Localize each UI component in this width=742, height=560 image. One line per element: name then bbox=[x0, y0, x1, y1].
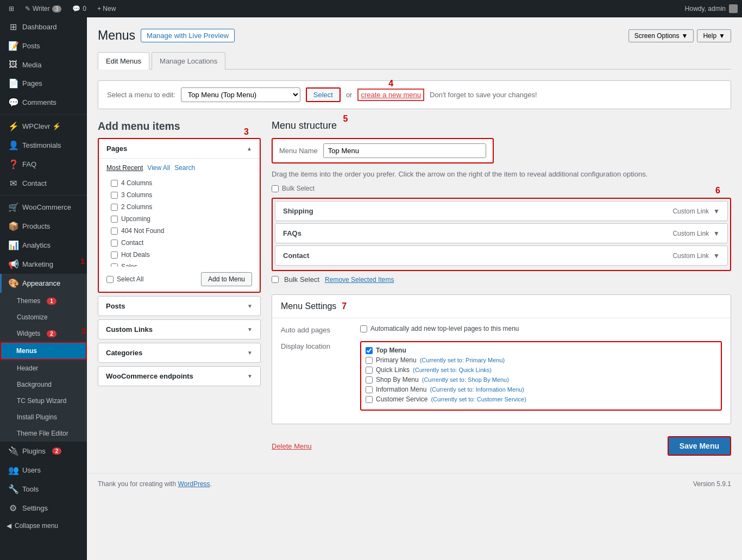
woo-endpoints-accordion-header[interactable]: WooCommerce endpoints ▼ bbox=[98, 367, 260, 386]
location-information-menu-checkbox[interactable] bbox=[366, 386, 373, 393]
location-shop-by-menu-checkbox[interactable] bbox=[366, 376, 373, 383]
location-customer-service-checkbox[interactable] bbox=[366, 396, 373, 403]
select-all-checkbox[interactable] bbox=[106, 276, 114, 283]
menu-item-contact[interactable]: Contact Custom Link ▼ bbox=[275, 246, 728, 266]
submenu-item-tc-setup[interactable]: TC Setup Wizard bbox=[0, 393, 87, 409]
save-menu-button[interactable]: 8 Save Menu bbox=[668, 436, 731, 456]
sidebar-item-testimonials[interactable]: 👤 Testimonials bbox=[0, 136, 87, 155]
auto-add-check-row: Automatically add new top-level pages to… bbox=[360, 325, 722, 332]
page-checkbox-2col[interactable] bbox=[111, 204, 118, 211]
bulk-select-checkbox-top[interactable] bbox=[272, 185, 279, 192]
sidebar-item-comments[interactable]: 💬 Comments bbox=[0, 93, 87, 112]
page-checkbox-upcoming[interactable] bbox=[111, 216, 118, 223]
annotation-1: 1 bbox=[80, 257, 85, 266]
menu-name-input[interactable] bbox=[323, 143, 486, 158]
categories-accordion-header[interactable]: Categories ▼ bbox=[98, 343, 260, 362]
menu-select-dropdown[interactable]: Top Menu (Top Menu) bbox=[181, 87, 300, 102]
main-content: Menus Manage with Live Preview Screen Op… bbox=[87, 17, 742, 494]
sidebar-item-products[interactable]: 📦 Products bbox=[0, 217, 87, 236]
submenu-item-themes[interactable]: Themes 1 bbox=[0, 293, 87, 309]
create-new-menu-link[interactable]: create a new menu bbox=[357, 89, 424, 101]
menu-structure-heading: Menu structure bbox=[272, 120, 337, 131]
sidebar-item-wpclevr[interactable]: ⚡ WPClevr ⚡ bbox=[0, 117, 87, 136]
remove-selected-link[interactable]: Remove Selected Items bbox=[325, 276, 394, 284]
site-name[interactable]: ✎ Writer 3 bbox=[21, 0, 66, 17]
location-shop-by-menu-row: Shop By Menu (Currently set to: Shop By … bbox=[366, 376, 716, 383]
sidebar-item-faq[interactable]: ❓ FAQ bbox=[0, 155, 87, 174]
page-checkbox-3col[interactable] bbox=[111, 192, 118, 199]
screen-options-button[interactable]: Screen Options ▼ bbox=[628, 29, 694, 42]
pages-tabs-row: Most Recent View All Search bbox=[106, 164, 252, 172]
sidebar-item-pages[interactable]: 📄 Pages bbox=[0, 74, 87, 93]
location-top-menu-checkbox[interactable] bbox=[366, 347, 373, 354]
select-button[interactable]: Select bbox=[306, 87, 341, 102]
location-quick-links-checkbox[interactable] bbox=[366, 367, 373, 374]
submenu-item-customize[interactable]: Customize bbox=[0, 309, 87, 325]
tab-edit-menus[interactable]: Edit Menus bbox=[98, 52, 149, 70]
location-information-menu-row: Information Menu (Currently set to: Info… bbox=[366, 386, 716, 393]
auto-add-row: Auto add pages Automatically add new top… bbox=[281, 325, 722, 335]
site-icon: ✎ bbox=[25, 5, 30, 12]
location-primary-menu-row: Primary Menu (Currently set to: Primary … bbox=[366, 356, 716, 364]
posts-chevron-icon: ▼ bbox=[247, 303, 253, 309]
screen-options-bar: Screen Options ▼ Help ▼ bbox=[628, 29, 731, 42]
sidebar-item-posts[interactable]: 📝 Posts bbox=[0, 36, 87, 55]
bulk-select-checkbox-bottom[interactable] bbox=[272, 276, 279, 283]
faqs-type-row: Custom Link ▼ bbox=[672, 230, 720, 237]
sidebar-item-contact[interactable]: ✉ Contact bbox=[0, 174, 87, 193]
pages-accordion-header[interactable]: Pages ▲ bbox=[99, 139, 260, 158]
sidebar-item-marketing[interactable]: 📢 Marketing 1 bbox=[0, 255, 87, 274]
select-all-label[interactable]: Select All bbox=[106, 275, 143, 283]
submenu-item-background[interactable]: Background bbox=[0, 376, 87, 393]
sidebar-item-appearance[interactable]: 🎨 Appearance bbox=[0, 274, 87, 293]
comments-link[interactable]: 💬 0 bbox=[68, 0, 91, 17]
page-checkbox-404[interactable] bbox=[111, 228, 118, 235]
page-item-4col: 4 Columns bbox=[106, 177, 252, 189]
page-title: Menus bbox=[98, 28, 135, 43]
page-header: Menus Manage with Live Preview Screen Op… bbox=[98, 28, 731, 43]
sidebar-item-plugins[interactable]: 🔌 Plugins 2 bbox=[0, 442, 87, 461]
shipping-expand-icon[interactable]: ▼ bbox=[713, 207, 720, 215]
page-item-sales: Sales bbox=[106, 261, 252, 267]
sidebar-item-woocommerce[interactable]: 🛒 WooCommerce bbox=[0, 198, 87, 217]
submenu-item-widgets[interactable]: Widgets 2 2 bbox=[0, 325, 87, 342]
sidebar-item-users[interactable]: 👥 Users bbox=[0, 461, 87, 480]
page-checkbox-hot-deals[interactable] bbox=[111, 251, 118, 259]
wp-logo[interactable]: ⊞ bbox=[4, 0, 18, 17]
sidebar-item-dashboard[interactable]: ⊞ Dashboard bbox=[0, 17, 87, 36]
submenu-item-install-plugins[interactable]: Install Plugins bbox=[0, 409, 87, 425]
location-quick-links-row: Quick Links (Currently set to: Quick Lin… bbox=[366, 366, 716, 374]
sidebar-item-media[interactable]: 🖼 Media bbox=[0, 55, 87, 74]
location-primary-menu-checkbox[interactable] bbox=[366, 357, 373, 364]
chevron-down-icon: ▼ bbox=[682, 32, 688, 40]
delete-menu-link[interactable]: Delete Menu bbox=[272, 442, 312, 450]
contact-expand-icon[interactable]: ▼ bbox=[713, 252, 720, 260]
live-preview-button[interactable]: Manage with Live Preview bbox=[141, 29, 235, 42]
sidebar-item-tools[interactable]: 🔧 Tools bbox=[0, 480, 87, 494]
menu-item-faqs[interactable]: FAQs Custom Link ▼ bbox=[275, 223, 728, 243]
menu-item-shipping[interactable]: Shipping Custom Link ▼ bbox=[275, 201, 728, 221]
submenu-item-header[interactable]: Header bbox=[0, 360, 87, 376]
tab-manage-locations[interactable]: Manage Locations bbox=[152, 52, 225, 70]
custom-links-accordion-header[interactable]: Custom Links ▼ bbox=[98, 320, 260, 339]
auto-add-checkbox[interactable] bbox=[360, 325, 367, 332]
add-to-menu-button[interactable]: Add to Menu bbox=[201, 272, 252, 286]
sidebar-item-analytics[interactable]: 📊 Analytics bbox=[0, 236, 87, 255]
faqs-expand-icon[interactable]: ▼ bbox=[713, 230, 720, 237]
help-button[interactable]: Help ▼ bbox=[697, 29, 731, 42]
admin-avatar bbox=[729, 4, 738, 13]
posts-accordion-header[interactable]: Posts ▼ bbox=[98, 297, 260, 316]
custom-links-accordion: Custom Links ▼ bbox=[98, 319, 261, 339]
new-content[interactable]: + New bbox=[93, 0, 120, 17]
submenu-item-menus[interactable]: Menus bbox=[0, 342, 87, 360]
page-checkbox-sales[interactable] bbox=[111, 263, 118, 267]
howdy-text: Howdy, admin bbox=[685, 4, 738, 13]
view-all-tab[interactable]: View All bbox=[147, 164, 170, 172]
add-menu-items-panel: Add menu items 3 Pages ▲ Most Recent Vie… bbox=[98, 120, 261, 462]
wordpress-link[interactable]: WordPress bbox=[178, 480, 210, 488]
page-checkbox-4col[interactable] bbox=[111, 180, 118, 187]
submenu-item-theme-file-editor[interactable]: Theme File Editor bbox=[0, 425, 87, 442]
page-checkbox-contact[interactable] bbox=[111, 240, 118, 247]
search-tab[interactable]: Search bbox=[174, 164, 195, 172]
most-recent-tab[interactable]: Most Recent bbox=[106, 164, 143, 172]
